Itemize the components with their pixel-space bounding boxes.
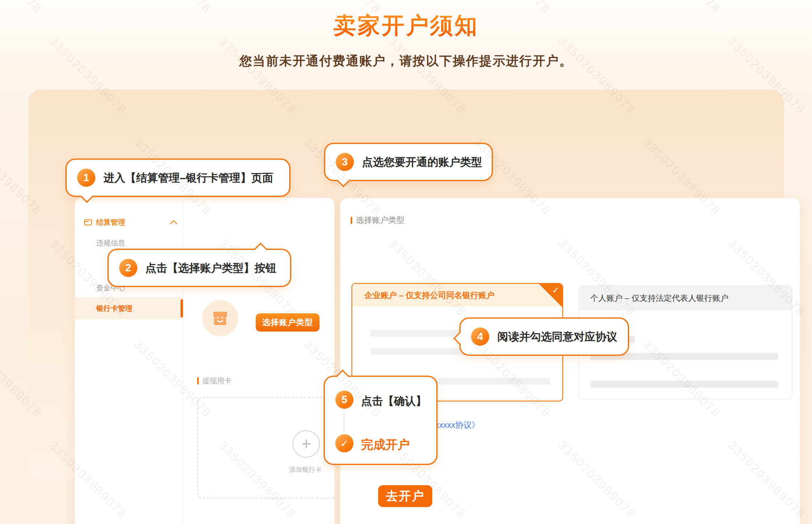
active-indicator-bar <box>181 299 183 317</box>
sidebar-group-label: 结算管理 <box>96 218 125 227</box>
check-icon: ✓ <box>552 285 560 296</box>
step-2-badge: 2 <box>119 259 137 277</box>
watermark-text: 3350203989078 <box>810 338 812 420</box>
page-title: 卖家开户须知 <box>0 11 812 41</box>
sidebar-item-bankcard-label: 银行卡管理 <box>96 304 133 313</box>
withdraw-card-label: 提现用卡 <box>202 376 231 386</box>
check-icon: ✓ <box>340 438 348 449</box>
step-4-badge: 4 <box>471 328 489 346</box>
page-canvas: 卖家开户须知 您当前未开通付费通账户，请按以下操作提示进行开户。 结算管理 违规… <box>0 0 812 524</box>
step-4-text: 阅读并勾选同意对应协议 <box>497 330 617 344</box>
step-3-callout: 3 点选您要开通的账户类型 <box>324 143 493 181</box>
step-1-text: 进入【结算管理–银行卡管理】页面 <box>103 171 273 185</box>
watermark-text: 3350203989078 <box>810 135 812 218</box>
page-subtitle: 您当前未开通付费通账户，请按以下操作提示进行开户。 <box>0 53 812 70</box>
sidebar-divider <box>183 198 183 524</box>
store-avatar <box>202 300 238 336</box>
personal-card-title: 个人账户 – 仅支持法定代表人银行账户 <box>579 286 792 311</box>
add-bankcard-label: 添加银行卡 <box>273 466 334 474</box>
add-plus-icon[interactable]: + <box>292 430 320 458</box>
done-check-icon: ✓ <box>335 434 353 452</box>
sidebar-item-bankcard[interactable]: 银行卡管理 <box>75 297 183 319</box>
step-1-badge: 1 <box>77 169 95 187</box>
step-connector-line <box>343 412 345 432</box>
storefront-icon <box>210 308 230 328</box>
section-accent-bar <box>351 217 352 224</box>
placeholder-bar <box>590 381 778 388</box>
step-2-callout: 2 点击【选择账户类型】按钮 <box>107 249 291 287</box>
mock-bankcard-page-panel: 结算管理 违规信息 资金中心 银行卡管理 选择账户类型 提现用卡 <box>75 198 334 524</box>
step-4-callout: 4 阅读并勾选同意对应协议 <box>459 317 629 356</box>
enterprise-card-title: 企业账户 – 仅支持公司同名银行账户 <box>352 284 562 306</box>
account-type-panel: 选择账户类型 企业账户 – 仅支持公司同名银行账户 ✓ 个人账户 – 仅支持法定… <box>340 198 800 524</box>
step-1-callout: 1 进入【结算管理–银行卡管理】页面 <box>65 158 290 197</box>
step-3-text: 点选您要开通的账户类型 <box>362 155 482 169</box>
section-accent-bar <box>197 377 199 385</box>
step-5-text: 点击【确认】 <box>361 394 427 408</box>
open-account-cta-button[interactable]: 去开户 <box>378 485 432 507</box>
billing-card-icon <box>84 218 92 226</box>
step-2-text: 点击【选择账户类型】按钮 <box>145 261 276 275</box>
sidebar-group-settlement[interactable]: 结算管理 <box>84 217 181 228</box>
sidebar-item-violation[interactable]: 违规信息 <box>96 238 125 248</box>
withdraw-card-section: 提现用卡 <box>197 376 231 386</box>
step-3-badge: 3 <box>336 153 354 171</box>
step-5-callout: 5 点击【确认】 ✓ 完成开户 <box>324 376 438 465</box>
account-type-header: 选择账户类型 <box>351 215 404 226</box>
step-5-badge: 5 <box>335 391 353 409</box>
select-account-type-button[interactable]: 选择账户类型 <box>256 313 320 332</box>
account-type-header-label: 选择账户类型 <box>356 215 404 226</box>
done-text: 完成开户 <box>361 437 410 453</box>
